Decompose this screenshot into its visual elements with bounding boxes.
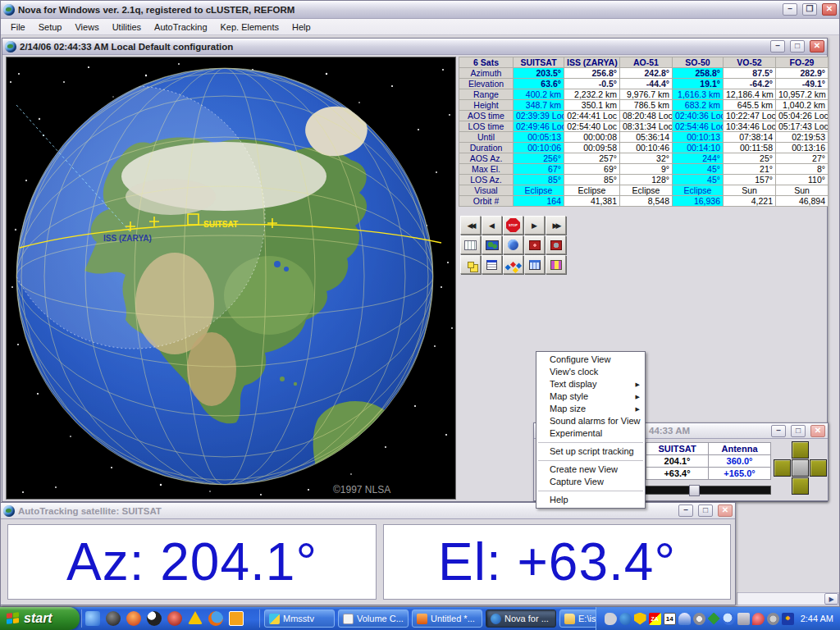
menu-item-experimental[interactable]: Experimental xyxy=(536,427,645,440)
menu-item-views-clock[interactable]: View's clock xyxy=(536,366,645,378)
menu-item-capture-view[interactable]: Capture View xyxy=(536,476,645,488)
tray-globe-icon[interactable] xyxy=(619,613,632,625)
menu-views[interactable]: Views xyxy=(68,21,105,34)
menu-kep-elements[interactable]: Kep. Elements xyxy=(214,21,286,34)
col-suitsat[interactable]: SUITSAT xyxy=(514,57,564,68)
texture-view-button[interactable] xyxy=(546,235,566,254)
menu-item-help[interactable]: Help xyxy=(536,494,645,506)
tray-messenger-icon[interactable] xyxy=(752,613,765,625)
menu-item-script-tracking[interactable]: Set up script tracking xyxy=(536,445,645,458)
tray-disc-icon[interactable] xyxy=(693,613,705,625)
iss-map-label: ISS (ZARYA) xyxy=(103,234,152,243)
submenu-arrow-icon: ▶ xyxy=(636,390,640,403)
task-button-mmsstv[interactable]: Mmsstv xyxy=(264,609,335,628)
quicklaunch-blue-app-icon[interactable] xyxy=(85,611,100,626)
menu-setup[interactable]: Setup xyxy=(32,21,69,34)
slider-handle[interactable] xyxy=(689,485,700,496)
table-row: Elevation 63.6° -0.5° -44.4° 19.1° -64.2… xyxy=(459,79,829,89)
map-maximize-button[interactable]: □ xyxy=(790,40,805,52)
radar-view-button[interactable] xyxy=(524,235,545,254)
col-fo29[interactable]: FO-29 xyxy=(776,57,829,68)
autotracking-maximize-button[interactable]: □ xyxy=(698,504,713,517)
menu-help[interactable]: Help xyxy=(285,21,317,34)
mdi-horizontal-scrollbar[interactable]: ▶ xyxy=(737,592,839,605)
flat-map-view-button[interactable] xyxy=(482,235,502,254)
col-iss[interactable]: ISS (ZARYA) xyxy=(564,57,620,68)
scroll-right-arrow-icon[interactable]: ▶ xyxy=(824,593,838,605)
start-button[interactable]: start xyxy=(0,607,80,630)
menu-autotracking[interactable]: AutoTracking xyxy=(148,21,213,34)
tray-fax-icon[interactable] xyxy=(737,613,750,625)
color-window-button[interactable] xyxy=(546,255,566,274)
fast-forward-button[interactable]: ▶▶ xyxy=(546,216,566,235)
table-view-button[interactable] xyxy=(524,255,545,274)
menu-utilities[interactable]: Utilities xyxy=(106,21,148,34)
tray-zonealarm-icon[interactable]: ZA xyxy=(649,613,661,625)
table-header-row: 6 Sats SUITSAT ISS (ZARYA) AO-51 SO-50 V… xyxy=(459,57,829,68)
menu-item-text-display[interactable]: Text display▶ xyxy=(536,378,645,390)
autotracking-close-button[interactable]: ✕ xyxy=(718,504,733,517)
constellation-view-button[interactable] xyxy=(503,255,523,274)
tray-search-icon[interactable] xyxy=(723,613,735,625)
quicklaunch-warning-icon[interactable] xyxy=(188,611,203,624)
jog-center-button[interactable] xyxy=(792,459,809,477)
antenna-jog-pad xyxy=(774,441,827,495)
quicklaunch-clock-icon[interactable] xyxy=(229,611,244,626)
cascade-views-button[interactable] xyxy=(460,255,481,274)
grid-view-button[interactable] xyxy=(460,235,481,254)
elevation-display: El: +63.4° xyxy=(383,524,731,600)
col-6sats[interactable]: 6 Sats xyxy=(459,57,514,68)
task-button-volume[interactable]: Volume C... xyxy=(338,609,409,628)
jog-up-button[interactable] xyxy=(792,441,809,459)
map-minimize-button[interactable]: – xyxy=(770,40,785,52)
task-button-nova[interactable]: Nova for ... xyxy=(486,609,556,628)
quicklaunch-media-player-icon[interactable] xyxy=(106,611,121,626)
main-titlebar[interactable]: Nova for Windows ver. 2.1q, registered t… xyxy=(1,1,839,19)
restore-button[interactable]: ❐ xyxy=(802,3,817,16)
quicklaunch-browser-icon[interactable] xyxy=(208,611,223,626)
tray-antenna-icon[interactable] xyxy=(678,613,691,625)
step-forward-button[interactable]: ▶ xyxy=(524,216,545,235)
autotracking-minimize-button[interactable]: – xyxy=(678,504,693,517)
map-window-titlebar[interactable]: 2/14/06 02:44:33 AM Local Default config… xyxy=(2,39,827,55)
col-ao51[interactable]: AO-51 xyxy=(620,57,673,68)
globe-view-button[interactable] xyxy=(503,235,523,254)
col-vo52[interactable]: VO-52 xyxy=(724,57,776,68)
quicklaunch-panda-antivirus-icon[interactable] xyxy=(147,611,162,626)
quicklaunch-red-orange-app-icon[interactable] xyxy=(126,611,141,626)
position-minimize-button[interactable]: – xyxy=(771,425,786,437)
menu-file[interactable]: File xyxy=(4,21,32,34)
minimize-button[interactable]: – xyxy=(783,3,797,16)
menu-item-create-new-view[interactable]: Create new View xyxy=(536,463,645,476)
tray-shield-icon[interactable] xyxy=(634,613,646,625)
position-close-button[interactable]: ✕ xyxy=(810,425,825,437)
rewind-button[interactable]: ◀◀ xyxy=(460,216,481,235)
table-row: Visual Eclipse Eclipse Eclipse Eclipse S… xyxy=(459,185,829,196)
list-view-button[interactable] xyxy=(482,255,502,274)
earth-map[interactable]: ISS (ZARYA) SUITSAT ©1997 NLSA xyxy=(6,57,456,500)
tray-network-icon[interactable] xyxy=(767,613,779,625)
tray-clock: 2:44 AM xyxy=(801,614,833,623)
menu-item-map-style[interactable]: Map style▶ xyxy=(536,390,645,403)
tray-pointer-icon[interactable] xyxy=(605,613,617,625)
menu-bar: File Setup Views Utilities AutoTracking … xyxy=(1,19,839,35)
task-button-untitled[interactable]: Untitled *... xyxy=(412,609,482,628)
jog-right-button[interactable] xyxy=(810,459,827,477)
tray-broadcast-icon[interactable]: ✹ xyxy=(782,613,794,625)
map-close-button[interactable]: ✕ xyxy=(810,40,824,52)
tray-calendar-icon[interactable]: 14 xyxy=(664,613,676,625)
jog-down-button[interactable] xyxy=(792,477,809,495)
step-back-button[interactable]: ◀ xyxy=(482,216,502,235)
menu-item-configure-view[interactable]: Configure View xyxy=(536,354,645,366)
taskbar: start » Mmsstv Volume C... Untitled *...… xyxy=(0,607,840,630)
table-row: LOS time 02:49:46 Loc 02:54:40 Loc 08:31… xyxy=(459,121,829,132)
quicklaunch-realplayer-icon[interactable] xyxy=(167,611,182,626)
menu-item-map-size[interactable]: Map size▶ xyxy=(536,403,645,415)
menu-item-sound-alarms[interactable]: Sound alarms for View xyxy=(536,415,645,427)
close-button[interactable]: ✕ xyxy=(822,3,837,16)
col-so50[interactable]: SO-50 xyxy=(673,57,724,68)
position-maximize-button[interactable]: □ xyxy=(791,425,806,437)
tray-refresh-icon[interactable] xyxy=(708,613,720,625)
jog-left-button[interactable] xyxy=(774,459,791,477)
stop-button[interactable]: STOP xyxy=(503,216,523,235)
